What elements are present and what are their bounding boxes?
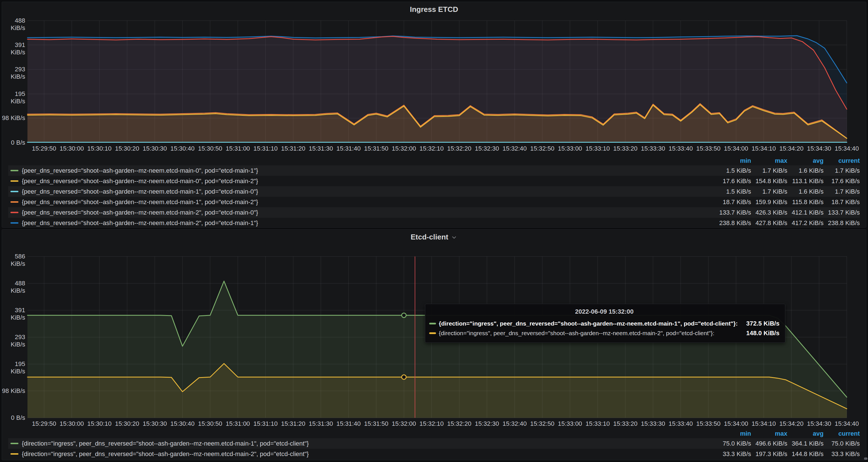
y-axis-tick-label: 195 KiB/s — [2, 90, 25, 105]
series-color-dash[interactable] — [10, 453, 19, 455]
legend-row[interactable]: {peer_dns_reversed="shoot--ash-garden--m… — [8, 165, 860, 176]
scrollbar-thumb[interactable] — [864, 458, 867, 460]
series-label[interactable]: {peer_dns_reversed="shoot--ash-garden--m… — [22, 209, 715, 216]
legend-row[interactable]: {peer_dns_reversed="shoot--ash-garden--m… — [8, 207, 860, 218]
x-axis-tick-label: 15:34:40 — [827, 145, 867, 152]
series-color-dash — [429, 332, 436, 334]
series-label[interactable]: {peer_dns_reversed="shoot--ash-garden--m… — [22, 219, 715, 227]
y-axis-tick-label: 293 KiB/s — [2, 66, 25, 81]
series-color-dash — [429, 323, 436, 325]
time-series-plot[interactable]: 0 B/s98 KiB/s195 KiB/s293 KiB/s391 KiB/s… — [2, 229, 866, 460]
legend-column-header[interactable]: min — [715, 430, 751, 437]
legend-column-header[interactable]: max — [751, 157, 787, 164]
legend-row[interactable]: {peer_dns_reversed="shoot--ash-garden--m… — [8, 218, 860, 228]
legend-value: 17.6 KiB/s — [824, 178, 860, 185]
y-axis-tick-label: 391 KiB/s — [2, 41, 25, 56]
legend-value: 33.3 KiB/s — [715, 451, 751, 458]
tooltip-series-value: 372.5 KiB/s — [738, 320, 779, 327]
legend-column-header[interactable]: current — [824, 157, 860, 164]
y-axis-tick-label: 293 KiB/s — [2, 334, 25, 348]
legend-row[interactable]: {peer_dns_reversed="shoot--ash-garden--m… — [8, 186, 860, 197]
y-axis-tick-label: 0 B/s — [2, 414, 25, 422]
series-label[interactable]: {direction="ingress", peer_dns_reversed=… — [22, 451, 715, 458]
tooltip-series-value: 148.0 KiB/s — [738, 330, 779, 337]
y-axis-tick-label: 98 KiB/s — [2, 114, 25, 122]
legend-header-row: minmaxavgcurrent — [8, 429, 860, 438]
y-axis-tick-label: 586 KiB/s — [2, 253, 25, 268]
tooltip-series-row: {direction="ingress", peer_dns_reversed=… — [429, 319, 779, 328]
series-label[interactable]: {peer_dns_reversed="shoot--ash-garden--m… — [22, 167, 715, 174]
legend-value: 197.3 KiB/s — [751, 451, 787, 458]
legend-value: 75.0 KiB/s — [715, 440, 751, 447]
legend-value: 426.3 KiB/s — [751, 209, 787, 216]
legend-value: 17.6 KiB/s — [715, 178, 751, 185]
legend-value: 159.9 KiB/s — [751, 198, 787, 206]
series-color-dash[interactable] — [10, 443, 19, 444]
legend-value: 417.2 KiB/s — [787, 219, 824, 227]
y-axis-tick-label: 488 KiB/s — [2, 280, 25, 295]
series-color-dash[interactable] — [10, 180, 19, 182]
legend-column-header[interactable]: avg — [787, 157, 824, 164]
series-color-dash[interactable] — [10, 170, 19, 171]
legend-row[interactable]: {direction="ingress", peer_dns_reversed=… — [8, 449, 860, 459]
legend-value: 18.7 KiB/s — [824, 198, 860, 206]
series-label[interactable]: {peer_dns_reversed="shoot--ash-garden--m… — [22, 188, 715, 195]
tooltip-series-label: {direction="ingress", peer_dns_reversed=… — [439, 320, 738, 327]
series-color-dash[interactable] — [10, 201, 19, 203]
y-axis-tick-label: 0 B/s — [2, 139, 25, 146]
legend-value: 427.8 KiB/s — [751, 219, 787, 227]
legend-value: 18.7 KiB/s — [715, 198, 751, 206]
hover-point-marker — [402, 375, 406, 379]
legend-value: 412.1 KiB/s — [787, 209, 824, 216]
legend-value: 1.6 KiB/s — [787, 167, 824, 174]
legend-header-row: minmaxavgcurrent — [8, 156, 860, 165]
legend-row[interactable]: {peer_dns_reversed="shoot--ash-garden--m… — [8, 197, 860, 207]
y-axis-tick-label: 195 KiB/s — [2, 360, 25, 375]
legend-column-header[interactable]: avg — [787, 430, 824, 437]
legend-value: 1.7 KiB/s — [751, 188, 787, 195]
legend-value: 238.8 KiB/s — [824, 219, 860, 227]
legend-value: 144.8 KiB/s — [787, 451, 824, 458]
legend-row[interactable]: {direction="ingress", peer_dns_reversed=… — [8, 438, 860, 449]
y-axis-tick-label: 391 KiB/s — [2, 307, 25, 321]
legend-value: 1.6 KiB/s — [787, 188, 824, 195]
tooltip-series-row: {direction="ingress", peer_dns_reversed=… — [429, 328, 779, 338]
series-label[interactable]: {direction="ingress", peer_dns_reversed=… — [22, 440, 715, 447]
legend-column-header[interactable]: max — [751, 430, 787, 437]
legend-value: 133.7 KiB/s — [715, 209, 751, 216]
legend-column-header[interactable]: min — [715, 157, 751, 164]
y-axis-tick-label: 488 KiB/s — [2, 17, 25, 32]
legend-value: 1.7 KiB/s — [751, 167, 787, 174]
legend-value: 1.7 KiB/s — [824, 167, 860, 174]
hover-tooltip: 2022-06-09 15:32:00 {direction="ingress"… — [425, 304, 785, 343]
hover-point-marker — [402, 313, 406, 318]
y-axis-tick-label: 98 KiB/s — [2, 387, 25, 395]
series-color-dash[interactable] — [10, 191, 19, 192]
legend-value: 33.3 KiB/s — [824, 451, 860, 458]
dashboard: Ingress ETCD 0 B/s98 KiB/s195 KiB/s293 K… — [0, 0, 868, 462]
tooltip-timestamp: 2022-06-09 15:32:00 — [429, 308, 779, 315]
panel-etcd-client: Etcd-client 0 B/s98 KiB/s195 KiB/s293 Ki… — [2, 229, 866, 460]
legend-column-header[interactable]: current — [824, 430, 860, 437]
series-label[interactable]: {peer_dns_reversed="shoot--ash-garden--m… — [22, 198, 715, 206]
x-axis-tick-label: 15:34:40 — [827, 420, 867, 428]
legend-value: 133.7 KiB/s — [824, 209, 860, 216]
legend-value: 1.5 KiB/s — [715, 188, 751, 195]
series-color-dash[interactable] — [10, 212, 19, 213]
legend-value: 496.6 KiB/s — [751, 440, 787, 447]
legend-table: minmaxavgcurrent{peer_dns_reversed="shoo… — [8, 156, 860, 228]
legend-row[interactable]: {peer_dns_reversed="shoot--ash-garden--m… — [8, 176, 860, 186]
series-label[interactable]: {peer_dns_reversed="shoot--ash-garden--m… — [22, 178, 715, 185]
legend-value: 364.1 KiB/s — [787, 440, 824, 447]
legend-value: 113.1 KiB/s — [787, 178, 824, 185]
series-color-dash[interactable] — [10, 222, 19, 224]
legend-value: 1.5 KiB/s — [715, 167, 751, 174]
chart-canvas — [2, 2, 866, 146]
tooltip-series-label: {direction="ingress", peer_dns_reversed=… — [439, 330, 714, 337]
legend-value: 1.7 KiB/s — [824, 188, 860, 195]
legend-value: 75.0 KiB/s — [824, 440, 860, 447]
panel-ingress-etcd: Ingress ETCD 0 B/s98 KiB/s195 KiB/s293 K… — [2, 2, 866, 227]
legend-value: 115.8 KiB/s — [787, 198, 824, 206]
legend-value: 238.8 KiB/s — [715, 219, 751, 227]
legend-value: 154.8 KiB/s — [751, 178, 787, 185]
